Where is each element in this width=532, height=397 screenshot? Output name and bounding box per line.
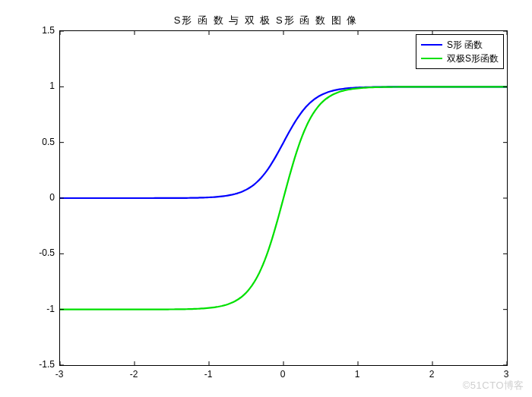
x-tick-label: 2 [429,369,435,380]
legend-swatch-bipolar [421,58,442,59]
legend-entry-sigmoid: S形 函数 [421,38,499,52]
legend-box: S形 函数 双极S形函数 [416,34,504,69]
y-tick-label: 0.5 [42,137,55,147]
chart-figure: S形 函 数 与 双 极 S形 函 数 图 像 S形 函数 双极S形函数 ©51… [0,0,532,397]
legend-swatch-sigmoid [421,44,442,46]
y-tick-label: -1.5 [39,359,55,370]
x-tick-label: -2 [130,369,138,380]
chart-curves [60,31,507,365]
chart-title: S形 函 数 与 双 极 S形 函 数 图 像 [0,14,532,27]
legend-label-bipolar: 双极S形函数 [447,52,499,65]
y-tick-label: 1 [49,80,55,91]
plot-area: S形 函数 双极S形函数 [59,30,508,366]
x-tick-label: -3 [55,369,64,380]
y-tick-label: -1 [46,304,55,314]
y-tick-label: 0 [49,192,55,203]
x-tick-label: -1 [204,369,213,380]
x-tick-label: 1 [355,369,360,380]
x-tick-label: 3 [504,369,509,380]
legend-label-sigmoid: S形 函数 [447,39,483,52]
y-tick-label: -0.5 [39,247,55,258]
y-tick-label: 1.5 [42,25,55,36]
x-tick-label: 0 [280,369,286,380]
legend-entry-bipolar: 双极S形函数 [421,52,499,65]
watermark-text: ©51CTO博客 [463,379,524,392]
